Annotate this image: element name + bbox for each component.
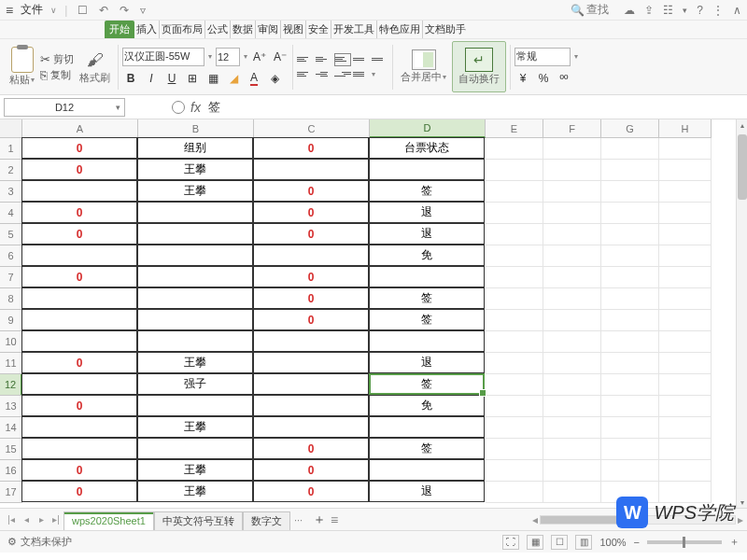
sheet-list-icon[interactable]: ≡ (331, 512, 338, 527)
cell-A11[interactable]: 0 (21, 352, 137, 373)
wrap-button[interactable]: 自动换行 (458, 72, 500, 86)
chevron-down-icon[interactable]: ▾ (244, 52, 247, 61)
cell-F7[interactable] (543, 267, 601, 288)
cell-D8[interactable]: 签 (369, 287, 485, 309)
cell-D15[interactable]: 签 (369, 438, 485, 459)
chevron-down-icon[interactable]: ▾ (683, 6, 687, 15)
column-header[interactable]: D (370, 119, 486, 138)
cell-D2[interactable] (369, 159, 485, 180)
underline-button[interactable]: U (163, 70, 180, 87)
cell-F14[interactable] (543, 417, 601, 439)
menu-开始[interactable]: 开始 (105, 21, 134, 38)
cell-C9[interactable]: 0 (253, 309, 369, 330)
cell-F11[interactable] (543, 353, 601, 374)
cell-F10[interactable] (543, 331, 601, 353)
cell-E6[interactable] (486, 245, 543, 267)
align-bottom-button[interactable] (334, 53, 351, 66)
zoom-out-icon[interactable]: − (634, 537, 640, 548)
cell-F17[interactable] (543, 482, 601, 503)
row-header[interactable]: 6 (0, 245, 22, 267)
row-header[interactable]: 15 (0, 439, 22, 460)
font-color-button[interactable]: A (246, 70, 262, 87)
brush-icon[interactable]: 🖌 (85, 49, 106, 71)
cloud-icon[interactable]: ☁ (624, 4, 635, 17)
cell-H13[interactable] (659, 396, 712, 417)
cell-H3[interactable] (659, 181, 712, 203)
cell-A15[interactable] (21, 438, 137, 459)
scroll-down-icon[interactable]: ▾ (737, 497, 747, 508)
cell-D11[interactable]: 退 (369, 352, 485, 373)
cell-B3[interactable]: 王攀 (137, 180, 253, 202)
lens-icon[interactable] (172, 101, 185, 114)
cell-H10[interactable] (659, 331, 712, 353)
indent-decrease-button[interactable] (353, 53, 370, 66)
vertical-scrollbar[interactable]: ▴ ▾ (736, 119, 747, 508)
scroll-up-icon[interactable]: ▴ (737, 119, 747, 131)
cell-H2[interactable] (659, 160, 712, 181)
zoom-slider[interactable] (647, 540, 722, 544)
copy-button[interactable]: ⎘复制 (40, 68, 74, 82)
font-name-select[interactable] (122, 48, 204, 66)
column-header[interactable]: A (22, 119, 138, 138)
cell-E2[interactable] (486, 160, 543, 181)
tab-nav-prev-icon[interactable]: ◂ (19, 514, 34, 525)
cell-F3[interactable] (543, 181, 601, 203)
cell-E5[interactable] (486, 224, 543, 245)
cell-B15[interactable] (137, 438, 253, 459)
cell-C2[interactable] (253, 159, 369, 180)
cell-C14[interactable] (253, 416, 369, 438)
cell-G3[interactable] (601, 181, 659, 203)
column-header[interactable]: B (138, 119, 254, 138)
column-header[interactable]: H (659, 119, 712, 138)
cell-E13[interactable] (486, 396, 543, 417)
cell-A2[interactable]: 0 (21, 159, 137, 180)
cell-A7[interactable]: 0 (21, 266, 137, 287)
cell-G12[interactable] (601, 374, 659, 396)
cell-H6[interactable] (659, 245, 712, 267)
cell-G6[interactable] (601, 245, 659, 267)
cell-A5[interactable]: 0 (21, 223, 137, 245)
chevron-down-icon[interactable]: ▾ (372, 70, 375, 78)
paste-icon[interactable] (11, 47, 34, 73)
merge-icon[interactable] (412, 49, 436, 70)
borders-button[interactable]: ⊞ (184, 70, 201, 87)
cell-A9[interactable] (21, 309, 137, 330)
chevron-down-icon[interactable]: ▾ (31, 76, 35, 84)
scrollbar-thumb[interactable] (738, 134, 747, 200)
cell-D5[interactable]: 退 (369, 223, 485, 245)
chevron-down-icon[interactable]: ∨ (50, 6, 57, 15)
cell-C3[interactable]: 0 (253, 180, 369, 202)
cell-G10[interactable] (601, 331, 659, 353)
cell-A8[interactable] (21, 287, 137, 309)
cell-D14[interactable] (369, 416, 485, 438)
align-middle-button[interactable] (316, 53, 332, 66)
cell-A13[interactable]: 0 (21, 395, 137, 416)
file-menu[interactable]: 文件 (19, 2, 45, 18)
menu-特色应用[interactable]: 特色应用 (377, 21, 423, 38)
more-icon[interactable]: ⋮ (712, 4, 724, 17)
cell-A3[interactable] (21, 180, 137, 202)
align-center-button[interactable] (316, 68, 332, 81)
row-header[interactable]: 10 (0, 331, 22, 353)
view-layout-icon[interactable]: ☐ (551, 535, 568, 550)
fx-label[interactable]: fx (190, 100, 201, 115)
name-box[interactable]: D12 (4, 98, 125, 117)
cell-H14[interactable] (659, 417, 712, 439)
cell-H11[interactable] (659, 353, 712, 374)
zoom-value[interactable]: 100% (599, 537, 626, 548)
cell-F16[interactable] (543, 460, 601, 482)
menu-公式[interactable]: 公式 (205, 21, 231, 38)
row-header[interactable]: 9 (0, 310, 22, 331)
row-header[interactable]: 14 (0, 417, 22, 439)
tab-nav-last-icon[interactable]: ▸| (49, 514, 63, 525)
cell-D17[interactable]: 退 (369, 481, 485, 502)
zoom-in-icon[interactable]: ＋ (729, 535, 740, 549)
cell-F1[interactable] (543, 138, 601, 160)
row-header[interactable]: 11 (0, 353, 22, 374)
number-format-select[interactable] (514, 48, 571, 66)
select-all-corner[interactable] (0, 119, 22, 138)
menu-审阅[interactable]: 审阅 (256, 21, 281, 38)
cell-A1[interactable]: 0 (21, 137, 137, 159)
cell-H12[interactable] (659, 374, 712, 396)
cell-B10[interactable] (137, 330, 253, 352)
